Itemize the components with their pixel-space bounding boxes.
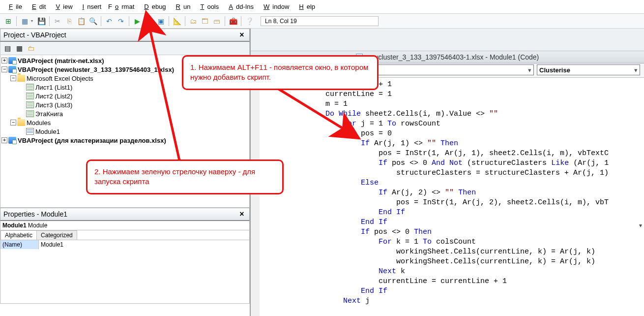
project-icon	[8, 66, 16, 73]
properties-tab-alphabetic[interactable]: Alphabetic	[0, 230, 37, 240]
tree-sheet-3[interactable]: Лист3 (List3)	[35, 101, 72, 109]
properties-tab-categorized[interactable]: Categorized	[36, 230, 77, 240]
menu-bar: File Edit View Insert Format Debug Run T…	[0, 0, 644, 14]
save-icon[interactable]: 💾	[36, 16, 47, 27]
tree-expand[interactable]: +	[1, 58, 7, 63]
menu-window[interactable]: Window	[258, 2, 292, 11]
view-excel-icon[interactable]: ⊞	[3, 16, 14, 27]
toolbox-icon[interactable]: 🧰	[228, 16, 238, 27]
menu-tools[interactable]: Tools	[194, 2, 222, 11]
properties-header: Properties - Module1 ×	[0, 208, 250, 221]
tree-module-1[interactable]: Module1	[35, 128, 60, 135]
menu-edit[interactable]: Edit	[26, 2, 49, 11]
toggle-folders-icon[interactable]: 🗀	[26, 43, 36, 53]
insert-module-icon[interactable]: ▦	[19, 16, 30, 27]
main-toolbar: ⊞ ▦ ▾ 💾 ✂ ⎘ 📋 🔍 ↶ ↷ ▶ ▮▮ ▣ 📐 🗂 🗔 🗃 🧰 ❔ L…	[0, 14, 644, 29]
annotation-1: 1. Нажимаем ALT+F11 - появляется окно, в…	[182, 55, 379, 90]
menu-run[interactable]: Run	[170, 2, 194, 11]
project-explorer-icon[interactable]: 🗂	[188, 16, 199, 27]
cut-icon[interactable]: ✂	[52, 16, 63, 27]
menu-addins[interactable]: Add-Ins	[223, 2, 257, 11]
menu-insert[interactable]: Insert	[77, 2, 105, 11]
properties-icon[interactable]: 🗔	[200, 16, 210, 27]
module-icon	[26, 128, 34, 135]
sheet-icon	[26, 84, 34, 91]
cursor-position: Ln 8, Col 19	[261, 16, 379, 26]
tree-collapse[interactable]: −	[10, 120, 16, 126]
project-icon	[8, 57, 16, 64]
procedure-dropdown[interactable]: Clusterise	[537, 64, 640, 75]
design-mode-icon[interactable]: 📐	[172, 16, 182, 27]
property-name-value[interactable]: Module1	[39, 240, 249, 249]
folder-icon	[17, 75, 25, 82]
code-editor[interactable]: etNum = workingSheetNum + 1 currentLine …	[251, 78, 644, 316]
tree-sheet-1[interactable]: Лист1 (List1)	[35, 84, 72, 91]
tree-workbook[interactable]: ЭтаКнига	[35, 110, 63, 118]
tree-project-3[interactable]: VBAProject (для кластеризации разделов.x…	[18, 137, 166, 144]
menu-view[interactable]: View	[50, 2, 75, 11]
help-icon[interactable]: ❔	[244, 16, 255, 27]
folder-icon	[17, 119, 25, 126]
break-icon[interactable]: ▮▮	[144, 16, 154, 27]
tree-expand[interactable]: +	[1, 137, 7, 143]
project-explorer-close[interactable]: ×	[237, 31, 246, 39]
undo-icon[interactable]: ↶	[104, 16, 115, 27]
tree-meo[interactable]: Microsoft Excel Objects	[27, 75, 93, 82]
workbook-icon	[26, 110, 34, 117]
paste-icon[interactable]: 📋	[76, 16, 87, 27]
annotation-2: 2. Нажимаем зеленую стрелочку наверху - …	[86, 159, 284, 194]
view-object-icon[interactable]: ▦	[14, 43, 25, 53]
menu-format[interactable]: Format	[105, 2, 137, 11]
code-window-title: newcluster_3_133_1397546403-1.xlsx - Mod…	[366, 53, 539, 61]
insert-dropdown[interactable]: ▾	[31, 19, 35, 23]
copy-icon[interactable]: ⎘	[64, 16, 75, 27]
redo-icon[interactable]: ↷	[116, 16, 126, 27]
menu-file[interactable]: File	[3, 2, 25, 11]
project-explorer-title: Project - VBAProject	[3, 31, 66, 39]
find-icon[interactable]: 🔍	[88, 16, 98, 27]
property-name-key: (Name)	[0, 240, 39, 249]
sheet-icon	[26, 101, 34, 108]
sheet-icon	[26, 93, 34, 99]
properties-panel: Module1 Module Alphabetic Categorized (N…	[0, 221, 250, 304]
properties-title: Properties - Module1	[3, 210, 67, 218]
tree-modules[interactable]: Modules	[27, 119, 51, 126]
properties-close[interactable]: ×	[237, 210, 246, 219]
tree-sheet-2[interactable]: Лист2 (List2)	[35, 93, 72, 100]
project-icon	[8, 137, 16, 144]
reset-icon[interactable]: ▣	[155, 16, 166, 27]
menu-debug[interactable]: Debug	[138, 2, 169, 11]
run-icon[interactable]: ▶	[132, 16, 143, 27]
tree-project-1[interactable]: VBAProject (matrix-net.xlsx)	[18, 57, 104, 64]
view-code-icon[interactable]: ▤	[2, 43, 13, 53]
properties-object-select[interactable]: Module1 Module	[2, 222, 247, 229]
menu-help[interactable]: Help	[293, 2, 318, 11]
tree-collapse[interactable]: −	[10, 75, 16, 81]
project-explorer-toolbar: ▤ ▦ 🗀	[0, 42, 250, 55]
tree-project-2[interactable]: VBAProject (newcluster_3_133_1397546403_…	[18, 66, 174, 73]
project-explorer-header: Project - VBAProject ×	[0, 29, 250, 42]
tree-collapse[interactable]: −	[1, 66, 7, 72]
object-browser-icon[interactable]: 🗃	[211, 16, 222, 27]
